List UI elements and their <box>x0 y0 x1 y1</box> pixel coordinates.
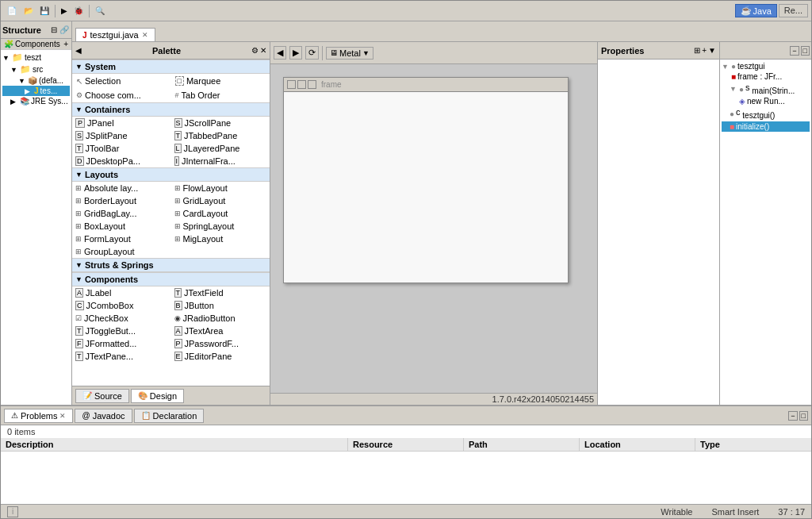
search-icon[interactable]: 🔍 <box>93 6 107 16</box>
palette-item-miglayout[interactable]: ⊞ MigLayout <box>171 233 270 245</box>
palette-item-borderlayout[interactable]: ⊞ BorderLayout <box>72 194 171 207</box>
design-forward-icon[interactable]: ▶ <box>289 46 302 60</box>
outline-item-initialize[interactable]: ■ initialize() <box>722 121 810 132</box>
palette-item-formlayout[interactable]: ⊞ FormLayout <box>72 233 171 245</box>
palette-item-gridbaglayout[interactable]: ⊞ GridBagLay... <box>72 207 171 220</box>
java-perspective-button[interactable]: ☕ Java <box>735 4 777 17</box>
javadoc-tab[interactable]: @ Javadoc <box>75 409 132 423</box>
palette-item-jformattedtextfield[interactable]: F JFormatted... <box>72 337 171 350</box>
outline-minimize-icon[interactable]: − <box>790 46 799 56</box>
look-feel-dropdown[interactable]: 🖥 Metal ▼ <box>326 47 373 60</box>
palette-item-jradiobutton[interactable]: ◉ JRadioButton <box>171 312 270 325</box>
palette-item-flowlayout[interactable]: ⊞ FlowLayout <box>171 182 270 194</box>
save-icon[interactable]: 💾 <box>37 6 52 16</box>
outline-item-tesztgui[interactable]: ▼ ● tesztgui <box>722 61 810 71</box>
tree-item-jre[interactable]: ▶ 📚 JRE Sys... <box>2 96 70 106</box>
back-icon[interactable]: ◀ <box>75 46 82 55</box>
palette-item-jbutton[interactable]: B JButton <box>171 299 270 312</box>
frame-content[interactable] <box>284 92 568 283</box>
jpanel-icon: P <box>75 118 85 128</box>
palette-item-jcombobox[interactable]: C JComboBox <box>72 299 171 312</box>
palette-item-jeditorpane[interactable]: E JEditorPane <box>171 350 270 363</box>
outline-newrun-label: new Run... <box>747 97 785 106</box>
outline-max-icon[interactable]: □ <box>801 46 810 56</box>
palette-section-layouts[interactable]: ▼ Layouts <box>72 167 270 182</box>
formlayout-label: FormLayout <box>84 234 131 244</box>
tree-item-default-package[interactable]: ▼ 📦 (defa... <box>2 75 70 86</box>
tab-close-icon[interactable]: ✕ <box>142 31 148 39</box>
palette-item-jlayeredpane[interactable]: L JLayeredPane <box>171 142 270 155</box>
palette-item-jlabel[interactable]: A JLabel <box>72 286 171 299</box>
palette-item-jtoolbar[interactable]: T JToolBar <box>72 142 171 155</box>
palette-settings-icon[interactable]: ⚙ <box>251 46 259 55</box>
palette-item-jtextfield[interactable]: T JTextField <box>171 286 270 299</box>
source-tab-label: Source <box>94 391 122 401</box>
props-menu-icon[interactable]: ▼ <box>708 46 716 55</box>
declaration-tab[interactable]: 📋 Declaration <box>134 409 205 423</box>
palette-section-struts[interactable]: ▼ Struts & Springs <box>72 258 270 272</box>
palette-item-jtabbedpane[interactable]: T JTabbedPane <box>171 129 270 142</box>
right-outline-panel: − □ ▼ ● tesztgui ■ frame : JFr... <box>720 42 811 405</box>
palette-item-jtogglebutton[interactable]: T JToggleBut... <box>72 325 171 337</box>
springlayout-icon: ⊞ <box>174 222 181 230</box>
palette-item-jscrollpane[interactable]: S JScrollPane <box>171 117 270 129</box>
outline-item-newrun[interactable]: ◈ new Run... <box>722 96 810 106</box>
problems-close-icon[interactable]: ✕ <box>59 412 66 420</box>
re-perspective-button[interactable]: Re... <box>779 4 808 17</box>
palette-item-gridlayout[interactable]: ⊞ GridLayout <box>171 194 270 207</box>
add-component-icon[interactable]: + <box>63 40 68 48</box>
outline-item-tesztgui-constructor[interactable]: ● c tesztgui() <box>722 106 810 121</box>
outline-item-frame[interactable]: ■ frame : JFr... <box>722 71 810 82</box>
palette-item-jtextarea[interactable]: A JTextArea <box>171 325 270 337</box>
palette-item-springlayout[interactable]: ⊞ SpringLayout <box>171 220 270 233</box>
design-refresh-icon[interactable]: ⟳ <box>305 46 319 60</box>
debug-icon[interactable]: 🐞 <box>71 6 86 16</box>
palette-item-cardlayout[interactable]: ⊞ CardLayout <box>171 207 270 220</box>
new-icon[interactable]: 📄 <box>4 5 20 17</box>
tree-item-java-file[interactable]: ▶ J tes... <box>2 86 70 96</box>
palette-item-marquee[interactable]: □ Marquee <box>171 74 270 88</box>
outline-frame-label: frame : JFr... <box>737 72 782 81</box>
tree-item-src[interactable]: ▼ 📁 src <box>2 63 70 75</box>
bottom-max-icon[interactable]: □ <box>799 411 808 421</box>
palette-item-jpanel[interactable]: P JPanel <box>72 117 171 129</box>
palette-section-components[interactable]: ▼ Components <box>72 272 270 286</box>
center-area: J tesztgui.java ✕ ◀ Palette ⚙ ✕ <box>72 21 811 405</box>
palette-item-taborder[interactable]: # Tab Order <box>171 88 270 102</box>
palette-section-containers[interactable]: ▼ Containers <box>72 102 270 117</box>
palette-item-choose[interactable]: ⚙ Choose com... <box>72 88 171 102</box>
col-type: Type <box>695 438 811 451</box>
design-canvas[interactable]: frame <box>270 64 597 393</box>
design-back-icon[interactable]: ◀ <box>274 46 286 60</box>
palette-item-absolutelayout[interactable]: ⊞ Absolute lay... <box>72 182 171 194</box>
outline-item-main[interactable]: ▼ ● s main(Strin... <box>722 82 810 96</box>
collapse-all-icon[interactable]: ⊟ <box>50 25 58 35</box>
props-add-icon[interactable]: + <box>702 46 707 55</box>
bottom-minimize-icon[interactable]: − <box>788 411 797 421</box>
tree-item-teszt[interactable]: ▼ 📁 teszt <box>2 52 70 63</box>
canvas-frame[interactable]: frame <box>283 77 569 283</box>
cardlayout-label: CardLayout <box>183 209 228 218</box>
palette-item-jdesktoppane[interactable]: D JDesktopPa... <box>72 155 171 167</box>
palette-item-boxlayout[interactable]: ⊞ BoxLayout <box>72 220 171 233</box>
palette-item-jcheckbox[interactable]: ☑ JCheckBox <box>72 312 171 325</box>
open-icon[interactable]: 📂 <box>21 6 36 16</box>
palette-item-grouplayout[interactable]: ⊞ GroupLayout <box>72 245 171 258</box>
palette-item-jinternalframe[interactable]: I JInternalFra... <box>171 155 270 167</box>
palette-item-jpasswordfield[interactable]: P JPasswordF... <box>171 337 270 350</box>
source-tab[interactable]: 📝 Source <box>75 389 129 403</box>
problems-tab[interactable]: ⚠ Problems ✕ <box>4 409 73 423</box>
run-icon[interactable]: ▶ <box>59 6 70 16</box>
palette-item-jtextpane[interactable]: T JTextPane... <box>72 350 171 363</box>
palette-section-system[interactable]: ▼ System <box>72 60 270 74</box>
items-count: 0 items <box>1 425 811 438</box>
expand-icon: ▼ <box>18 77 26 85</box>
palette-close-icon[interactable]: ✕ <box>260 46 266 55</box>
link-editor-icon[interactable]: 🔗 <box>59 25 70 35</box>
palette-item-jsplitpane[interactable]: S JSplitPane <box>72 129 171 142</box>
java-perspective-icon: ☕ <box>741 6 752 16</box>
file-tab-tesztgui[interactable]: J tesztgui.java ✕ <box>75 28 155 41</box>
design-tab[interactable]: 🎨 Design <box>131 389 184 403</box>
palette-item-selection[interactable]: ↖ Selection <box>72 74 171 88</box>
props-filter-icon[interactable]: ⊞ <box>694 46 700 55</box>
